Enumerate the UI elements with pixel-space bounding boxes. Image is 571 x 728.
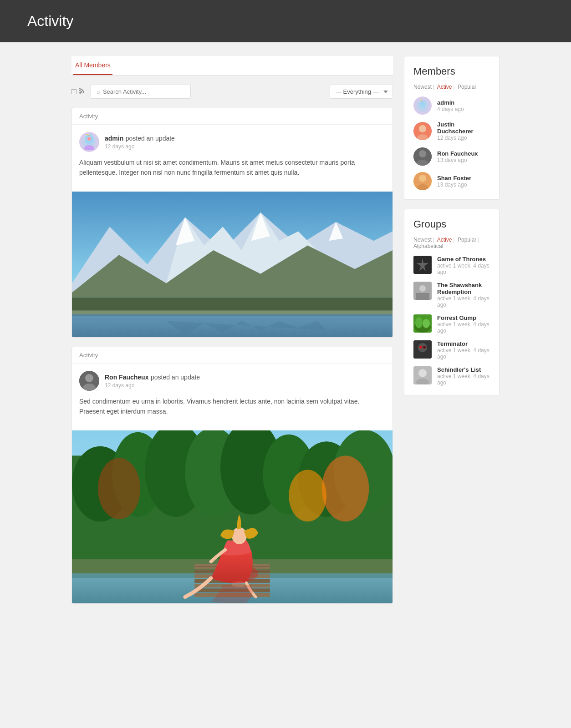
group-item-schindler: Schindler's List active 1 week, 4 days a… [413, 366, 490, 386]
group-avatar-schindler [413, 366, 432, 384]
group-avatar-forrest [413, 314, 432, 333]
member-item-admin: admin 4 days ago [413, 96, 490, 115]
group-name-forrest[interactable]: Forrest Gump [437, 314, 490, 321]
member-item-ron: Ron Faucheux 13 days ago [413, 147, 490, 166]
member-avatar-shan [413, 172, 432, 190]
member-avatar-justin [413, 122, 432, 140]
rss-icon[interactable]: □ [71, 87, 86, 96]
tab-all-members[interactable]: All Members [73, 56, 112, 75]
members-widget: Members Newest| Active| Popular [404, 56, 500, 200]
post-info-1: admin posted an update 12 days ago [105, 134, 175, 150]
svg-point-49 [232, 527, 247, 544]
svg-point-53 [420, 100, 421, 101]
group-name-shawshank[interactable]: The Shawshank Redemption [437, 282, 490, 295]
activity-post-2: Ron Faucheux posted an update 12 days ag… [72, 364, 393, 430]
post-meta-2: Ron Faucheux posted an update 12 days ag… [79, 371, 385, 391]
group-time-shawshank: active 1 week, 4 days ago [437, 295, 490, 308]
svg-rect-69 [416, 293, 429, 300]
groups-filter-active[interactable]: Active [437, 237, 452, 243]
group-name-schindler[interactable]: Schindler's List [437, 366, 490, 373]
group-info-got: Game of Thrones active 1 week, 4 days ag… [437, 256, 490, 275]
member-avatar-admin [413, 96, 432, 115]
svg-point-72 [415, 317, 423, 328]
search-input[interactable] [103, 88, 185, 95]
svg-point-77 [423, 346, 426, 349]
filter-select[interactable]: — Everything — Updates Posts Comments [330, 85, 393, 99]
svg-rect-18 [72, 311, 393, 337]
group-avatar-shawshank [413, 282, 432, 300]
avatar-admin [79, 132, 99, 152]
members-filter-popular[interactable]: Popular [458, 84, 476, 90]
group-item-forrest: Forrest Gump active 1 week, 4 days ago [413, 314, 490, 334]
post-info-2: Ron Faucheux posted an update 12 days ag… [105, 373, 200, 389]
post-text-1: Aliquam vestibulum ut nisi sit amet cond… [79, 157, 385, 178]
group-item-shawshank: The Shawshank Redemption active 1 week, … [413, 282, 490, 308]
member-name-justin[interactable]: Justin Duchscherer [437, 121, 490, 135]
svg-point-76 [419, 346, 422, 349]
svg-point-55 [423, 100, 424, 101]
member-info-shan: Shan Foster 13 days ago [437, 175, 471, 188]
post-author-2: Ron Faucheux [105, 374, 148, 381]
svg-point-2 [84, 145, 94, 150]
activity-post-1: admin posted an update 12 days ago Aliqu… [72, 125, 393, 192]
groups-title: Groups [413, 218, 490, 230]
member-avatar-ron [413, 147, 432, 166]
group-name-got[interactable]: Game of Thrones [437, 256, 490, 263]
page-title: Activity [27, 13, 544, 30]
content-area: All Members □ ⌕ — Everything — Updates P… [71, 56, 393, 613]
member-time-justin: 12 days ago [437, 135, 490, 141]
post-time-1: 12 days ago [105, 143, 175, 150]
search-box[interactable]: ⌕ [91, 85, 191, 99]
activity-section-label-1: Activity [72, 108, 393, 125]
svg-point-51 [420, 101, 425, 106]
toolbar: □ ⌕ — Everything — Updates Posts Comment… [71, 85, 393, 99]
group-name-terminator[interactable]: Terminator [437, 340, 490, 347]
members-filter-active[interactable]: Active [437, 84, 452, 90]
group-avatar-terminator [413, 340, 432, 359]
svg-point-34 [98, 458, 140, 519]
post-meta-1: admin posted an update 12 days ago [79, 132, 385, 152]
svg-point-3 [87, 137, 91, 141]
member-name-admin[interactable]: admin [437, 99, 464, 106]
svg-point-75 [418, 343, 427, 352]
svg-point-79 [418, 369, 427, 377]
members-filters: Newest| Active| Popular [413, 84, 490, 90]
member-info-justin: Justin Duchscherer 12 days ago [437, 121, 490, 141]
svg-point-68 [419, 285, 426, 292]
search-icon: ⌕ [97, 88, 100, 95]
activity-card-1: Activity [71, 108, 393, 338]
member-time-shan: 13 days ago [437, 182, 471, 188]
svg-point-63 [419, 175, 426, 182]
sidebar: Members Newest| Active| Popular [404, 56, 500, 613]
svg-point-73 [423, 319, 430, 328]
svg-point-35 [322, 455, 369, 521]
member-name-shan[interactable]: Shan Foster [437, 175, 471, 182]
svg-point-57 [419, 125, 426, 132]
post-text-2: Sed condimentum eu urna in lobortis. Viv… [79, 396, 385, 417]
main-container: All Members □ ⌕ — Everything — Updates P… [62, 42, 509, 627]
post-action-1: posted an update [126, 135, 175, 142]
svg-point-60 [419, 150, 426, 157]
svg-rect-20 [72, 310, 393, 314]
svg-point-0 [79, 92, 81, 94]
post-image-mountain [72, 192, 393, 337]
group-info-terminator: Terminator active 1 week, 4 days ago [437, 340, 490, 360]
post-image-nature [72, 430, 393, 603]
groups-filter-popular[interactable]: Popular [458, 237, 476, 243]
member-name-ron[interactable]: Ron Faucheux [437, 150, 478, 157]
page-header: Activity [0, 0, 571, 42]
group-info-shawshank: The Shawshank Redemption active 1 week, … [437, 282, 490, 308]
post-time-2: 12 days ago [105, 382, 200, 389]
group-avatar-got [413, 256, 432, 274]
member-time-admin: 4 days ago [437, 106, 464, 112]
group-time-schindler: active 1 week, 4 days ago [437, 373, 490, 386]
members-filter-newest[interactable]: Newest [413, 84, 432, 90]
groups-filter-newest[interactable]: Newest [413, 237, 432, 243]
group-item-terminator: Terminator active 1 week, 4 days ago [413, 340, 490, 360]
groups-widget: Groups Newest| Active| Popular| Alphabet… [404, 209, 500, 395]
member-info-admin: admin 4 days ago [437, 99, 464, 112]
activity-card-2: Activity Ron Faucheux posted an update 1… [71, 347, 393, 604]
avatar-ron [79, 371, 99, 391]
post-action-2: posted an update [151, 374, 200, 381]
groups-filter-alphabetical[interactable]: Alphabetical [413, 243, 443, 249]
